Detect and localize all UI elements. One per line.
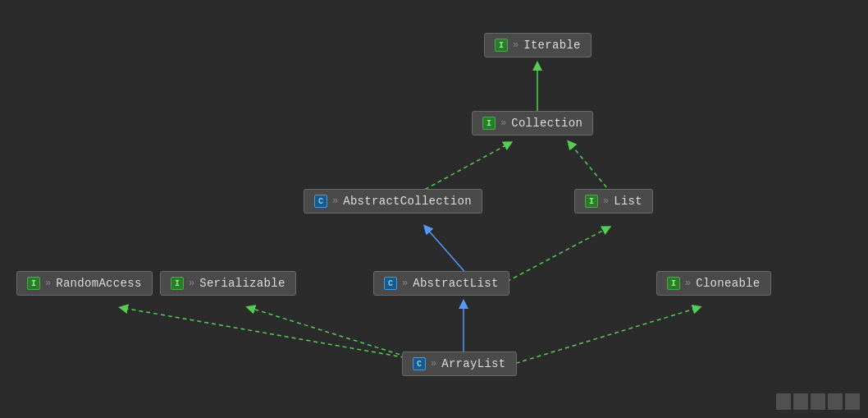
- node-abstract-list[interactable]: C » AbstractList: [373, 271, 509, 296]
- watermark: [776, 393, 860, 410]
- svg-line-4: [570, 144, 611, 193]
- svg-line-5: [427, 228, 468, 275]
- icon-collection: I: [482, 117, 496, 130]
- icon-abstract-list: C: [384, 277, 397, 290]
- label-abstract-list: AbstractList: [413, 277, 498, 290]
- icon-serializable: I: [171, 277, 184, 290]
- label-list: List: [614, 195, 642, 208]
- node-collection[interactable]: I » Collection: [472, 111, 593, 136]
- node-random-access[interactable]: I » RandomAccess: [16, 271, 153, 296]
- icon-random-access: I: [27, 277, 40, 290]
- svg-line-3: [418, 144, 509, 193]
- label-abstract-collection: AbstractCollection: [343, 195, 472, 208]
- label-collection: Collection: [511, 117, 582, 130]
- icon-iterable: I: [495, 39, 508, 52]
- node-array-list[interactable]: C » ArrayList: [402, 351, 517, 376]
- node-abstract-collection[interactable]: C » AbstractCollection: [304, 189, 482, 214]
- label-iterable: Iterable: [523, 39, 581, 52]
- label-cloneable: Cloneable: [696, 277, 760, 290]
- icon-abstract-collection: C: [314, 195, 327, 208]
- node-list[interactable]: I » List: [574, 189, 653, 214]
- node-serializable[interactable]: I » Serializable: [160, 271, 296, 296]
- svg-line-7: [123, 308, 427, 361]
- icon-array-list: C: [413, 357, 426, 370]
- label-random-access: RandomAccess: [56, 277, 141, 290]
- label-array-list: ArrayList: [441, 357, 505, 370]
- icon-list: I: [585, 195, 598, 208]
- label-serializable: Serializable: [199, 277, 285, 290]
- svg-line-6: [500, 228, 607, 285]
- svg-line-10: [509, 308, 697, 365]
- node-cloneable[interactable]: I » Cloneable: [656, 271, 771, 296]
- node-iterable[interactable]: I » Iterable: [484, 33, 592, 57]
- icon-cloneable: I: [667, 277, 680, 290]
- diagram-canvas: I » Iterable I » Collection C » Abstract…: [0, 0, 868, 418]
